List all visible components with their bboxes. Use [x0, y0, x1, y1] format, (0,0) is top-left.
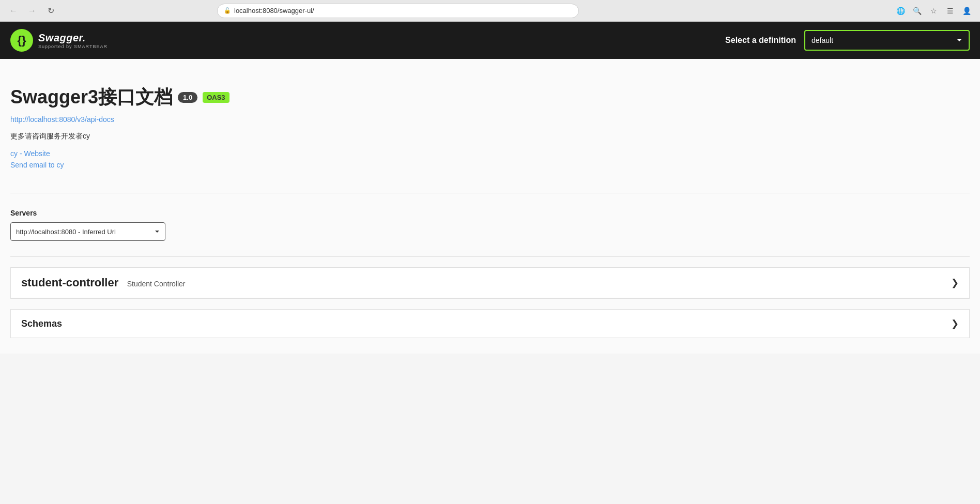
email-link[interactable]: Send email to cy: [10, 161, 970, 169]
schemas-section[interactable]: Schemas ❯: [10, 309, 970, 338]
servers-section: Servers http://localhost:8080 - Inferred…: [10, 193, 970, 257]
controller-section: student-controller Student Controller ❯: [10, 267, 970, 299]
swagger-header-right: Select a definition default: [725, 30, 970, 51]
forward-button[interactable]: →: [25, 4, 39, 18]
api-description: 更多请咨询服务开发者cy: [10, 132, 970, 141]
controller-header: student-controller Student Controller ❯: [11, 268, 969, 298]
api-title-row: Swagger3接口文档 1.0 OAS3: [10, 85, 970, 110]
server-select[interactable]: http://localhost:8080 - Inferred Url: [10, 222, 165, 241]
student-controller-item[interactable]: student-controller Student Controller ❯: [10, 267, 970, 299]
swagger-logo: {} Swagger. Supported by SMARTBEAR: [10, 29, 108, 52]
back-button[interactable]: ←: [6, 4, 21, 18]
swagger-logo-text: Swagger. Supported by SMARTBEAR: [38, 32, 108, 49]
lock-icon: 🔓: [224, 7, 231, 14]
select-definition-label: Select a definition: [725, 36, 796, 45]
address-bar[interactable]: 🔓 localhost:8080/swagger-ui/: [217, 4, 579, 18]
star-icon[interactable]: ☆: [926, 4, 941, 18]
search-icon[interactable]: 🔍: [910, 4, 924, 18]
schemas-header: Schemas ❯: [11, 310, 969, 338]
translate-icon[interactable]: 🌐: [893, 4, 908, 18]
controller-name: student-controller: [21, 276, 118, 289]
url-text: localhost:8080/swagger-ui/: [234, 7, 314, 14]
swagger-logo-title: Swagger.: [38, 32, 108, 44]
servers-label: Servers: [10, 209, 970, 217]
browser-chrome: ← → ↻ 🔓 localhost:8080/swagger-ui/ 🌐 🔍 ☆…: [0, 0, 980, 22]
profile-icon[interactable]: 👤: [959, 4, 974, 18]
controller-title-row: student-controller Student Controller: [21, 276, 186, 289]
schemas-chevron-icon: ❯: [951, 318, 959, 329]
api-docs-link[interactable]: http://localhost:8080/v3/api-docs: [10, 115, 970, 124]
definition-select[interactable]: default: [804, 30, 970, 51]
swagger-logo-icon: {}: [10, 29, 33, 52]
info-section: Swagger3接口文档 1.0 OAS3 http://localhost:8…: [10, 74, 970, 193]
swagger-logo-sub: Supported by SMARTBEAR: [38, 44, 108, 49]
website-link[interactable]: cy - Website: [10, 149, 970, 158]
api-title: Swagger3接口文档: [10, 85, 173, 110]
controller-description: Student Controller: [127, 280, 186, 288]
oas-badge: OAS3: [203, 92, 229, 103]
extensions-icon[interactable]: ☰: [943, 4, 957, 18]
schemas-title: Schemas: [21, 318, 62, 329]
reload-button[interactable]: ↻: [43, 4, 58, 18]
controller-chevron-icon: ❯: [951, 277, 959, 288]
version-badge: 1.0: [178, 92, 197, 103]
browser-tools: 🌐 🔍 ☆ ☰ 👤: [893, 4, 974, 18]
swagger-header: {} Swagger. Supported by SMARTBEAR Selec…: [0, 22, 980, 59]
main-content: Swagger3接口文档 1.0 OAS3 http://localhost:8…: [0, 59, 980, 354]
